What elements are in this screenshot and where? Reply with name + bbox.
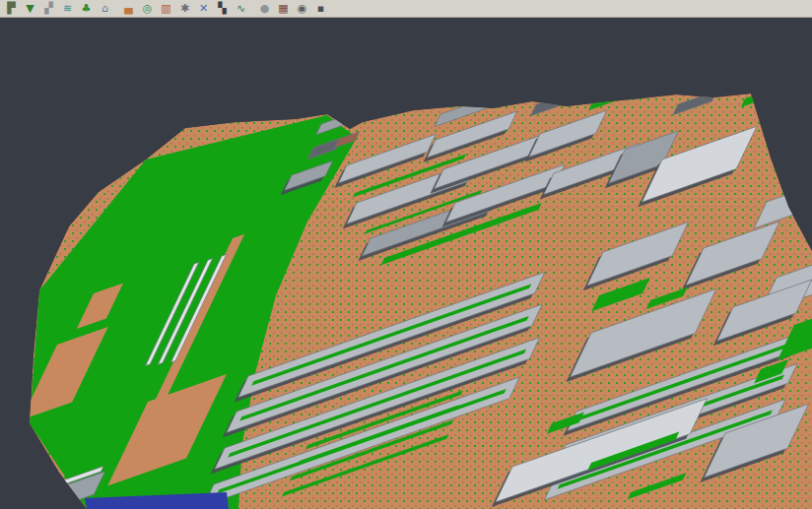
texture-icon[interactable]: ▦	[275, 0, 293, 18]
water-surface-icon[interactable]: ≋	[59, 0, 77, 18]
app-window: ▛▼▞≋♣⌂▄◎▥✱✕▚∿●▦◉▪	[0, 0, 812, 509]
vegetation-class-icon[interactable]: ♣	[78, 0, 96, 18]
measure-icon[interactable]: ✕	[195, 0, 213, 18]
building-class-icon[interactable]: ⌂	[97, 0, 114, 18]
point-grid-icon[interactable]: ▞	[40, 0, 58, 18]
terrain-mesh	[0, 18, 812, 509]
viewport-3d[interactable]	[0, 18, 812, 509]
info-icon[interactable]: ▪	[312, 0, 330, 18]
checker-icon[interactable]: ▚	[214, 0, 232, 18]
camera-icon[interactable]: ◉	[294, 0, 311, 18]
profile-icon[interactable]: ∿	[233, 0, 250, 18]
terrain-model-icon[interactable]: ▼	[22, 0, 39, 18]
ground-class-icon[interactable]: ▄	[120, 0, 138, 18]
open-icon[interactable]: ▛	[3, 0, 21, 18]
toolbar-separator	[114, 1, 119, 17]
settings-icon[interactable]: ✱	[176, 0, 194, 18]
toolbar-separator	[250, 1, 255, 17]
classify-icon[interactable]: ◎	[139, 0, 157, 18]
point-cloud-canvas[interactable]	[0, 18, 812, 509]
sphere-icon[interactable]: ●	[256, 0, 274, 18]
main-toolbar: ▛▼▞≋♣⌂▄◎▥✱✕▚∿●▦◉▪	[0, 0, 812, 18]
intensity-icon[interactable]: ▥	[158, 0, 175, 18]
